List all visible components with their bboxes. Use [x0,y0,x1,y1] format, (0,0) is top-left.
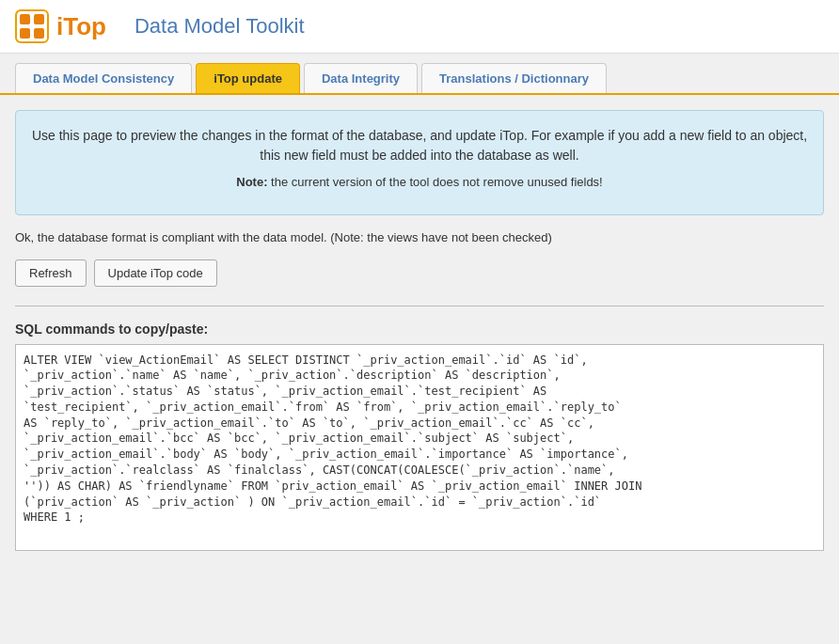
logo: iTop [15,9,106,43]
divider [15,306,824,306]
info-note: Note: the current version of the tool do… [31,173,808,192]
tabs-bar: Data Model Consistency iTop update Data … [0,54,839,95]
tab-data-model-consistency[interactable]: Data Model Consistency [15,63,192,93]
note-text: the current version of the tool does not… [267,175,602,189]
itop-logo-icon [15,9,49,43]
page-title: Data Model Toolkit [135,14,305,39]
update-itop-button[interactable]: Update iTop code [94,259,217,287]
button-row: Refresh Update iTop code [15,259,824,287]
svg-rect-3 [20,28,30,39]
info-main-text: Use this page to preview the changes in … [31,126,808,165]
note-prefix: Note: [236,175,267,189]
main-content: Use this page to preview the changes in … [0,95,839,569]
header: iTop Data Model Toolkit [0,0,839,54]
sql-section-label: SQL commands to copy/paste: [15,322,824,337]
svg-rect-2 [34,14,44,24]
info-box: Use this page to preview the changes in … [15,110,824,215]
svg-rect-4 [34,28,44,39]
tab-itop-update[interactable]: iTop update [196,63,300,93]
sql-textarea[interactable] [15,344,824,551]
tab-data-integrity[interactable]: Data Integrity [304,63,418,93]
svg-rect-1 [20,14,30,24]
refresh-button[interactable]: Refresh [15,259,87,287]
status-text: Ok, the database format is compliant wit… [15,230,824,244]
logo-text: iTop [56,12,106,41]
tab-translations-dictionary[interactable]: Translations / Dictionnary [421,63,607,93]
